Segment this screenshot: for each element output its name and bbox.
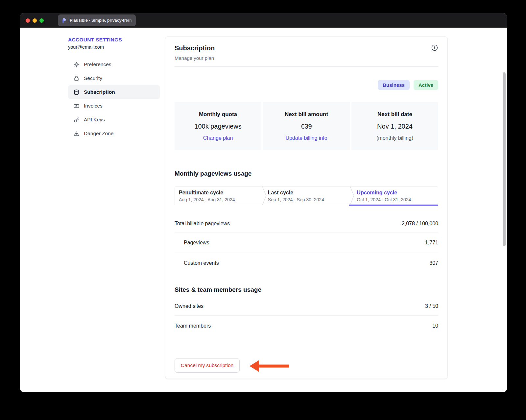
plan-stats: Monthly quota 100k pageviews Change plan… [175,102,438,150]
lock-icon [73,75,80,82]
usage-row-value: 1,771 [425,240,438,246]
gear-icon [73,62,80,68]
usage-row-value: 10 [432,323,438,329]
database-icon [73,89,80,95]
usage-row-value: 3 / 50 [425,303,438,309]
usage-row-owned-sites: Owned sites 3 / 50 [175,297,438,316]
stat-value: 100k pageviews [194,123,241,130]
sidebar-item-label: Preferences [84,62,111,67]
info-icon[interactable] [431,44,438,51]
usage-row-custom-events: Custom events 307 [175,253,438,273]
browser-window: Plausible · Simple, privacy-frien ACCOUN… [20,13,507,392]
sidebar-nav: Preferences Security Subscription [68,58,160,140]
tab-upcoming-cycle[interactable]: Upcoming cycle Oct 1, 2024 - Oct 31, 202… [349,186,438,205]
browser-titlebar: Plausible · Simple, privacy-frien [20,13,507,28]
zoom-window-button[interactable] [39,18,44,23]
chevron-separator-icon [350,186,354,205]
usage-row-label: Pageviews [175,240,209,246]
stat-label: Monthly quota [199,111,237,118]
change-plan-link[interactable]: Change plan [203,135,233,141]
sidebar-item-security[interactable]: Security [68,71,160,85]
scrollbar-thumb[interactable] [503,72,506,246]
usage-row-value: 307 [429,260,438,266]
usage-row-label: Owned sites [175,303,203,309]
stat-label: Next bill date [377,111,412,118]
status-badge: Active [414,80,438,90]
sidebar-item-api-keys[interactable]: API Keys [68,113,160,127]
plausible-logo-icon [61,18,67,23]
usage-row-value: 2,078 / 100,000 [402,221,438,227]
billing-frequency-note: (monthly billing) [376,135,413,141]
active-tab-underline [349,205,438,206]
account-email: your@email.com [68,44,160,50]
tab-last-cycle[interactable]: Last cycle Sep 1, 2024 - Sep 30, 2024 [260,186,349,205]
billing-cycle-tabs: Penultimate cycle Aug 1, 2024 - Aug 31, … [175,186,438,205]
stat-value: €39 [301,123,312,130]
cycle-label: Penultimate cycle [179,190,260,196]
usage-row-label: Team members [175,323,211,329]
sidebar-item-label: Subscription [84,89,115,95]
tab-title-fade [125,14,136,26]
tab-penultimate-cycle[interactable]: Penultimate cycle Aug 1, 2024 - Aug 31, … [175,186,260,205]
usage-row-label: Total billable pageviews [175,221,230,227]
warning-triangle-icon [73,131,80,137]
account-settings-sidebar: ACCOUNT SETTINGS your@email.com Preferen… [68,37,160,140]
cycle-range: Aug 1, 2024 - Aug 31, 2024 [179,197,260,202]
plan-badges: Business Active [378,80,438,90]
sidebar-item-label: Security [84,75,102,81]
usage-row-total: Total billable pageviews 2,078 / 100,000 [175,215,438,233]
sidebar-item-label: Danger Zone [84,131,113,136]
cycle-label: Last cycle [268,190,349,196]
sites-section-title: Sites & team members usage [175,286,261,293]
page-title: Subscription [175,44,215,52]
scrollbar-track [501,28,501,392]
plan-badge: Business [378,80,410,90]
red-arrow-icon [249,359,289,373]
stat-value: Nov 1, 2024 [377,123,413,130]
cancel-subscription-button[interactable]: Cancel my subscription [175,358,240,373]
pageviews-section-title: Monthly pageviews usage [175,170,251,177]
window-controls [26,18,44,23]
sidebar-item-preferences[interactable]: Preferences [68,58,160,71]
page-content: ACCOUNT SETTINGS your@email.com Preferen… [20,28,507,392]
cycle-range: Sep 1, 2024 - Sep 30, 2024 [268,197,349,202]
stat-next-bill-date: Next bill date Nov 1, 2024 (monthly bill… [351,102,438,150]
update-billing-link[interactable]: Update billing info [285,135,327,141]
stat-label: Next bill amount [285,111,328,118]
sidebar-item-subscription[interactable]: Subscription [68,85,160,99]
usage-row-pageviews: Pageviews 1,771 [175,233,438,253]
chevron-separator-icon [262,186,267,205]
minimize-window-button[interactable] [33,18,37,23]
cycle-range: Oct 1, 2024 - Oct 31, 2024 [357,197,438,202]
usage-row-team-members: Team members 10 [175,316,438,336]
sidebar-item-label: Invoices [84,103,103,109]
header-divider [175,66,438,67]
usage-row-label: Custom events [175,260,219,266]
sidebar-item-danger-zone[interactable]: Danger Zone [68,127,160,140]
stat-monthly-quota: Monthly quota 100k pageviews Change plan [175,102,261,150]
stat-next-bill-amount: Next bill amount €39 Update billing info [263,102,350,150]
cycle-label: Upcoming cycle [357,190,438,196]
sidebar-title: ACCOUNT SETTINGS [68,37,160,43]
close-window-button[interactable] [26,18,30,23]
banknote-icon [73,103,80,109]
subscription-card: Subscription Manage your plan Business A… [165,37,448,379]
sidebar-item-invoices[interactable]: Invoices [68,99,160,113]
tab-title: Plausible · Simple, privacy-frien [70,18,132,23]
sidebar-item-label: API Keys [84,117,105,123]
browser-tab[interactable]: Plausible · Simple, privacy-frien [58,14,136,26]
key-icon [73,117,80,123]
page-subtitle: Manage your plan [175,55,214,61]
